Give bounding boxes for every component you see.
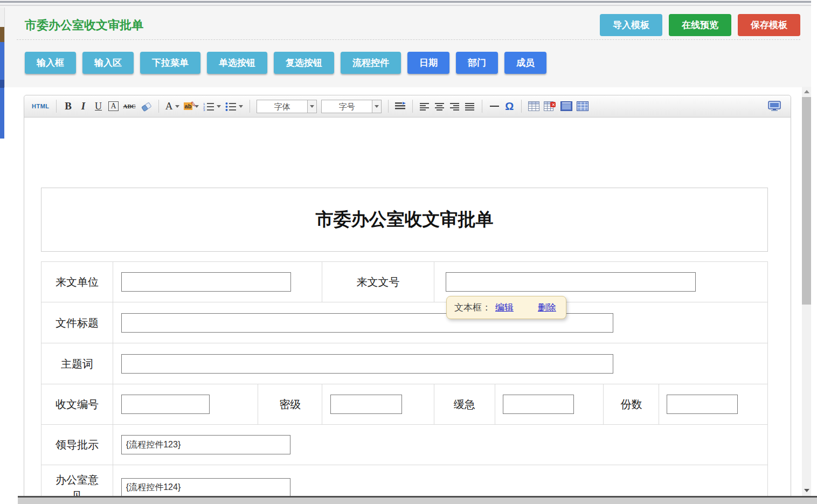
tooltip-label: 文本框：	[454, 301, 491, 314]
control-date-button[interactable]: 日期	[407, 52, 449, 74]
page-title: 市委办公室收文审批单	[25, 17, 143, 33]
doc-number-label: 来文文号	[322, 262, 434, 302]
header-actions: 导入模板 在线预览 保存模板	[600, 14, 800, 36]
textbox-context-tooltip: 文本框： 编辑 删除	[446, 296, 566, 319]
table-row: 文件标题	[41, 302, 767, 343]
toolbar-separator	[158, 100, 159, 113]
special-character-icon[interactable]: Ω	[504, 99, 515, 113]
cell-properties-icon[interactable]	[577, 99, 588, 113]
control-flow-widget-button[interactable]: 流程控件	[341, 52, 401, 74]
toolbar-separator	[250, 100, 250, 113]
toolbar-separator	[482, 100, 482, 113]
vertical-scrollbar[interactable]	[802, 87, 811, 496]
control-department-button[interactable]: 部门	[456, 52, 498, 74]
form-title: 市委办公室收文审批单	[41, 188, 768, 252]
background-window-sliver	[0, 8, 4, 27]
italic-icon[interactable]: I	[78, 99, 89, 113]
table-row: 领导批示	[41, 425, 767, 465]
scroll-up-icon[interactable]	[802, 87, 811, 96]
editor-canvas[interactable]: 市委办公室收文审批单 来文单位 来文文号 文件标题 主题词 收文编号	[24, 118, 791, 504]
secret-level-label: 密级	[258, 384, 322, 424]
background-window-sliver	[0, 88, 4, 139]
copies-label: 份数	[604, 384, 659, 424]
toolbar-separator	[388, 100, 389, 113]
background-window-sliver	[0, 42, 4, 80]
control-textarea-button[interactable]: 输入区	[82, 52, 134, 74]
window-bottom-edge	[18, 496, 817, 504]
import-template-button[interactable]: 导入模板	[600, 14, 662, 36]
doc-number-input[interactable]	[446, 272, 696, 292]
scroll-down-icon[interactable]	[802, 486, 811, 495]
background-window-sliver	[0, 27, 4, 42]
toolbar-separator	[521, 100, 522, 113]
unordered-list-icon[interactable]	[225, 99, 243, 113]
font-size-select[interactable]: 字号	[321, 100, 382, 113]
source-code-icon[interactable]: HTML	[32, 99, 50, 113]
align-center-icon[interactable]	[434, 99, 445, 113]
align-left-icon[interactable]	[419, 99, 430, 113]
toolbar-separator	[56, 100, 57, 113]
urgency-label: 缓急	[434, 384, 495, 424]
bold-icon[interactable]: B	[63, 99, 74, 113]
doc-title-label: 文件标题	[41, 302, 113, 343]
urgency-input[interactable]	[503, 395, 574, 414]
font-color-icon[interactable]: A	[165, 99, 179, 113]
table-row: 收文编号 密级 缓急 份数	[41, 384, 767, 425]
leader-remark-input[interactable]	[121, 435, 290, 454]
ordered-list-icon[interactable]: 1 2 3	[203, 99, 221, 113]
control-checkbox-button[interactable]: 复选按钮	[274, 52, 334, 74]
receive-number-input[interactable]	[121, 395, 210, 414]
table-row: 主题词	[41, 343, 767, 384]
horizontal-rule-icon[interactable]	[489, 99, 500, 113]
highlight-color-icon[interactable]: ab✎	[184, 99, 199, 113]
subject-label: 主题词	[41, 343, 113, 384]
source-unit-label: 来文单位	[41, 262, 113, 302]
justify-icon[interactable]	[465, 99, 475, 113]
strikethrough-icon[interactable]: ABC	[123, 99, 136, 113]
control-buttons-row: 输入框 输入区 下拉菜单 单选按钮 复选按钮 流程控件 日期 部门 成员	[25, 52, 811, 74]
control-radio-button[interactable]: 单选按钮	[207, 52, 267, 74]
header: 市委办公室收文审批单 导入模板 在线预览 保存模板 输入框 输入区 下拉菜单 单…	[4, 8, 811, 87]
font-family-select[interactable]: 字体	[257, 100, 317, 113]
window-top-edge	[0, 0, 811, 8]
toolbar-separator	[412, 100, 413, 113]
source-unit-input[interactable]	[121, 272, 291, 292]
scrollbar-thumb[interactable]	[802, 97, 811, 305]
editor-toolbar: HTML B I U A ABC A ab✎ 1 2 3	[24, 95, 791, 118]
subject-input[interactable]	[121, 354, 613, 374]
align-right-icon[interactable]	[449, 99, 460, 113]
fullscreen-icon[interactable]	[768, 99, 781, 113]
header-title-bar: 市委办公室收文审批单 导入模板 在线预览 保存模板	[17, 8, 800, 40]
remove-format-eraser-icon[interactable]	[140, 99, 152, 113]
background-window-sliver	[0, 80, 4, 88]
online-preview-button[interactable]: 在线预览	[669, 14, 731, 36]
control-dropdown-button[interactable]: 下拉菜单	[140, 52, 200, 74]
office-opinion-input[interactable]	[121, 478, 290, 498]
control-member-button[interactable]: 成员	[504, 52, 546, 74]
control-input-box-button[interactable]: 输入框	[25, 52, 76, 74]
chevron-down-icon[interactable]	[307, 100, 316, 113]
edit-link[interactable]: 编辑	[495, 301, 514, 314]
save-template-button[interactable]: 保存模板	[738, 14, 800, 36]
delete-table-icon[interactable]: ✕	[544, 99, 556, 113]
rich-text-editor: HTML B I U A ABC A ab✎ 1 2 3	[24, 95, 791, 504]
leader-remark-label: 领导批示	[41, 425, 113, 465]
secret-level-input[interactable]	[330, 395, 402, 414]
chevron-down-icon[interactable]	[372, 100, 381, 113]
svg-text:✕: ✕	[552, 102, 556, 107]
copies-input[interactable]	[667, 395, 738, 414]
table-properties-icon[interactable]	[560, 99, 572, 113]
form-table: 来文单位 来文文号 文件标题 主题词 收文编号 密级 缓急	[41, 261, 768, 504]
underline-icon[interactable]: U	[93, 99, 104, 113]
delete-link[interactable]: 删除	[538, 301, 556, 314]
font-border-icon[interactable]: A	[108, 101, 118, 111]
receive-number-label: 收文编号	[41, 384, 113, 424]
svg-text:3: 3	[203, 108, 205, 111]
indent-icon[interactable]	[395, 99, 406, 113]
insert-table-icon[interactable]	[528, 99, 539, 113]
table-row: 来文单位 来文文号	[41, 262, 767, 302]
